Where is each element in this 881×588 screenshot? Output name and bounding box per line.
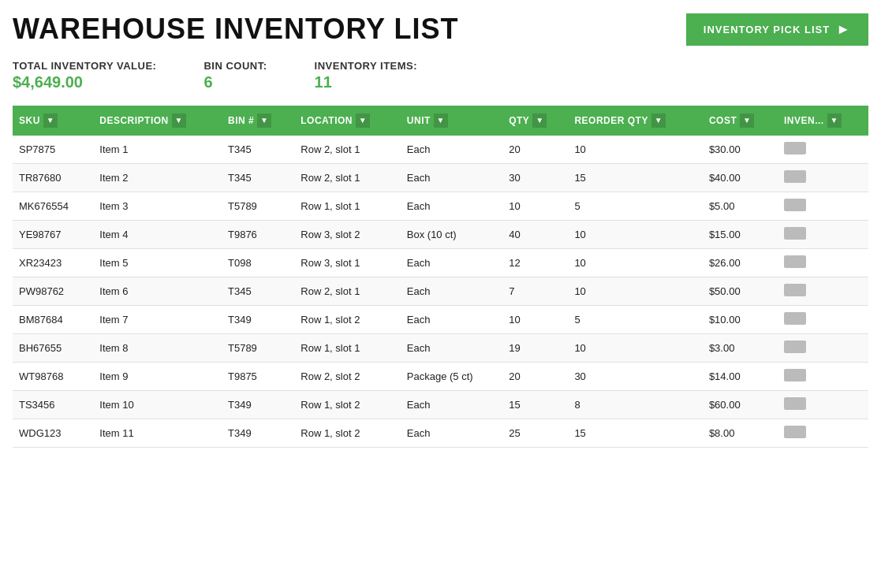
arrow-right-icon: ► [836, 21, 851, 38]
cell-reorder_qty: 8 [568, 391, 702, 419]
cell-cost: $50.00 [703, 277, 778, 306]
cell-cost: $5.00 [703, 192, 778, 221]
cell-unit: Box (10 ct) [401, 221, 502, 249]
inventory-items-block: INVENTORY ITEMS: 11 [315, 60, 418, 91]
col-dropdown-unit[interactable]: ▼ [434, 114, 448, 128]
col-label-reorder_qty: REORDER QTY [574, 115, 648, 126]
cell-bin: T5789 [222, 334, 294, 363]
cell-qty: 12 [502, 249, 568, 277]
cell-unit: Each [401, 192, 502, 221]
cell-location: Row 2, slot 1 [294, 136, 401, 164]
col-dropdown-qty[interactable]: ▼ [532, 114, 547, 128]
cell-unit: Each [401, 306, 502, 334]
col-label-unit: UNIT [407, 115, 431, 126]
col-dropdown-inven[interactable]: ▼ [827, 114, 842, 128]
cell-inven [778, 363, 868, 391]
inven-bar [784, 284, 806, 296]
cell-bin: T098 [222, 249, 294, 277]
cell-location: Row 1, slot 2 [294, 306, 401, 334]
bin-count-block: BIN COUNT: 6 [203, 60, 267, 91]
cell-cost: $26.00 [703, 249, 778, 277]
cell-inven [778, 391, 868, 419]
cell-inven [778, 419, 868, 448]
cell-inven [778, 334, 868, 363]
cell-location: Row 1, slot 2 [294, 419, 401, 448]
col-dropdown-sku[interactable]: ▼ [43, 114, 58, 128]
cell-reorder_qty: 10 [568, 221, 702, 249]
cell-location: Row 2, slot 1 [294, 164, 401, 192]
col-header-description: DESCRIPTION ▼ [93, 106, 222, 136]
inven-bar [784, 426, 806, 438]
cell-location: Row 2, slot 1 [294, 277, 401, 306]
cell-bin: T345 [222, 164, 294, 192]
cell-sku: YE98767 [13, 221, 93, 249]
cell-description: Item 7 [93, 306, 222, 334]
cell-unit: Each [401, 249, 502, 277]
col-dropdown-location[interactable]: ▼ [356, 114, 370, 128]
cell-bin: T5789 [222, 192, 294, 221]
table-row: MK676554Item 3T5789Row 1, slot 1Each105$… [13, 192, 868, 221]
cell-cost: $3.00 [703, 334, 778, 363]
table-header-row: SKU ▼ DESCRIPTION ▼ BIN # ▼ LOCATION ▼ U… [13, 106, 868, 136]
cell-unit: Each [401, 334, 502, 363]
col-header-location: LOCATION ▼ [294, 106, 401, 136]
pick-list-button[interactable]: INVENTORY PICK LIST ► [686, 13, 868, 46]
cell-cost: $40.00 [703, 164, 778, 192]
cell-unit: Each [401, 419, 502, 448]
cell-cost: $15.00 [703, 221, 778, 249]
cell-reorder_qty: 15 [568, 164, 702, 192]
cell-inven [778, 249, 868, 277]
cell-description: Item 5 [93, 249, 222, 277]
cell-location: Row 1, slot 1 [294, 334, 401, 363]
inven-bar [784, 397, 806, 410]
cell-description: Item 3 [93, 192, 222, 221]
cell-bin: T345 [222, 136, 294, 164]
inven-bar [784, 369, 806, 381]
table-row: BM87684Item 7T349Row 1, slot 2Each105$10… [13, 306, 868, 334]
inventory-table: SKU ▼ DESCRIPTION ▼ BIN # ▼ LOCATION ▼ U… [13, 106, 868, 448]
cell-unit: Each [401, 391, 502, 419]
col-dropdown-description[interactable]: ▼ [172, 114, 186, 128]
cell-bin: T349 [222, 419, 294, 448]
cell-cost: $8.00 [703, 419, 778, 448]
cell-inven [778, 164, 868, 192]
table-row: TS3456Item 10T349Row 1, slot 2Each158$60… [13, 391, 868, 419]
table-row: WT98768Item 9T9875Row 2, slot 2Package (… [13, 363, 868, 391]
stats-row: TOTAL INVENTORY VALUE: $4,649.00 BIN COU… [13, 60, 868, 91]
cell-inven [778, 136, 868, 164]
cell-sku: SP7875 [13, 136, 93, 164]
cell-inven [778, 221, 868, 249]
col-label-description: DESCRIPTION [99, 115, 169, 126]
col-label-bin: BIN # [228, 115, 254, 126]
cell-unit: Each [401, 136, 502, 164]
cell-bin: T9875 [222, 363, 294, 391]
col-header-qty: QTY ▼ [502, 106, 568, 136]
cell-qty: 30 [502, 164, 568, 192]
cell-qty: 7 [502, 277, 568, 306]
cell-description: Item 8 [93, 334, 222, 363]
col-label-sku: SKU [19, 115, 40, 126]
col-dropdown-reorder_qty[interactable]: ▼ [651, 114, 666, 128]
cell-reorder_qty: 10 [568, 249, 702, 277]
col-header-unit: UNIT ▼ [401, 106, 502, 136]
col-dropdown-bin[interactable]: ▼ [257, 114, 271, 128]
cell-reorder_qty: 10 [568, 136, 702, 164]
cell-sku: PW98762 [13, 277, 93, 306]
cell-qty: 10 [502, 192, 568, 221]
cell-location: Row 3, slot 2 [294, 221, 401, 249]
cell-description: Item 1 [93, 136, 222, 164]
table-row: WDG123Item 11T349Row 1, slot 2Each2515$8… [13, 419, 868, 448]
col-label-inven: INVEN... [784, 115, 824, 126]
cell-reorder_qty: 10 [568, 277, 702, 306]
cell-bin: T345 [222, 277, 294, 306]
cell-description: Item 11 [93, 419, 222, 448]
cell-qty: 20 [502, 363, 568, 391]
inven-bar [784, 170, 806, 183]
cell-cost: $10.00 [703, 306, 778, 334]
inven-bar [784, 199, 806, 211]
col-dropdown-cost[interactable]: ▼ [740, 114, 754, 128]
bin-count-value: 6 [203, 73, 267, 91]
cell-qty: 20 [502, 136, 568, 164]
cell-qty: 25 [502, 419, 568, 448]
cell-inven [778, 192, 868, 221]
